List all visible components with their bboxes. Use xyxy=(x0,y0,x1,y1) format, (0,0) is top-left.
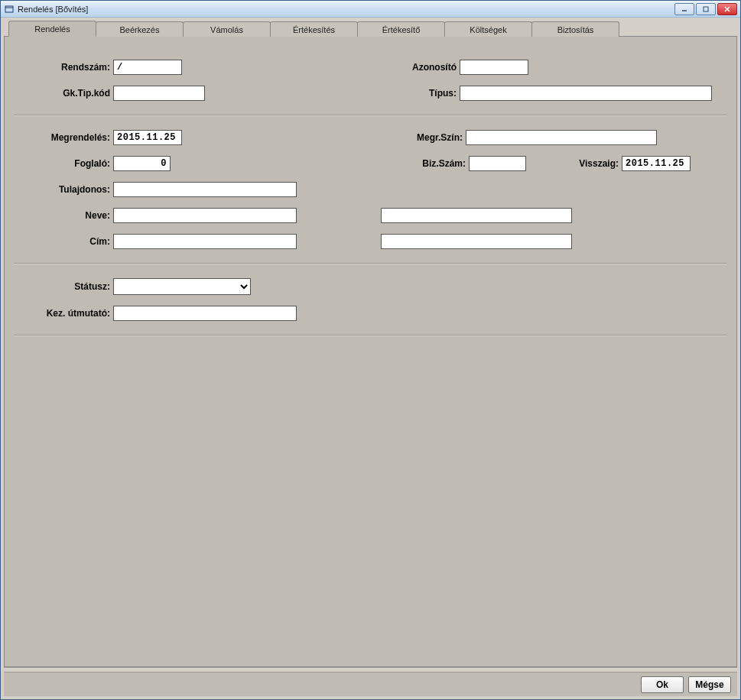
tab-panel: Rendszám: Azonosító Gk.Tip.kód xyxy=(4,36,737,667)
tab-koltsegek[interactable]: Költségek xyxy=(444,21,532,37)
content-area: Rendelés Beérkezés Vámolás Értékesítés É… xyxy=(1,18,740,699)
divider-3 xyxy=(14,335,727,336)
svg-rect-0 xyxy=(5,6,13,12)
tipus-input[interactable] xyxy=(460,86,712,101)
megrszin-label: Megr.Szín: xyxy=(397,132,466,143)
megrendeles-input[interactable] xyxy=(113,130,182,145)
kezutmutato-input[interactable] xyxy=(113,306,297,321)
tab-ertekesito[interactable]: Értékesítő xyxy=(357,21,445,37)
cim-input-2[interactable] xyxy=(381,234,572,249)
neve-input-1[interactable] xyxy=(113,208,297,223)
svg-rect-3 xyxy=(704,7,708,11)
foglalo-label: Foglaló: xyxy=(14,158,113,169)
window-title: Rendelés [Bővítés] xyxy=(18,5,674,14)
cim-label: Cím: xyxy=(14,236,113,247)
tab-strip: Rendelés Beérkezés Vámolás Értékesítés É… xyxy=(8,21,737,37)
statusz-select[interactable] xyxy=(113,278,251,295)
foglalo-input[interactable] xyxy=(113,156,171,171)
bizszam-input[interactable] xyxy=(469,156,526,171)
bizszam-label: Biz.Szám: xyxy=(400,158,469,169)
divider-2 xyxy=(14,263,727,264)
cim-input-1[interactable] xyxy=(113,234,297,249)
azonosito-input[interactable] xyxy=(460,60,528,75)
gktipkod-input[interactable] xyxy=(113,86,205,101)
azonosito-label: Azonosító xyxy=(391,62,460,73)
rendszam-label: Rendszám: xyxy=(14,62,113,73)
gktipkod-label: Gk.Tip.kód xyxy=(14,88,113,99)
megrendeles-label: Megrendelés: xyxy=(14,132,113,143)
tab-ertekesites[interactable]: Értékesítés xyxy=(270,21,358,37)
tab-beerkezes[interactable]: Beérkezés xyxy=(96,21,184,37)
minimize-button[interactable] xyxy=(674,3,694,15)
tulajdonos-input[interactable] xyxy=(113,182,297,197)
cancel-button[interactable]: Mégse xyxy=(688,676,731,693)
tipus-label: Típus: xyxy=(391,88,460,99)
neve-input-2[interactable] xyxy=(381,208,572,223)
tab-biztositas[interactable]: Biztosítás xyxy=(531,21,619,37)
megrszin-input[interactable] xyxy=(466,130,657,145)
window-controls xyxy=(674,3,737,15)
app-window: Rendelés [Bővítés] Rendelés Beérkezés Vá… xyxy=(0,0,741,700)
close-button[interactable] xyxy=(717,3,737,15)
titlebar: Rendelés [Bővítés] xyxy=(1,1,740,18)
statusz-label: Státusz: xyxy=(14,281,113,292)
kezutmutato-label: Kez. útmutató: xyxy=(14,308,113,319)
form-area: Rendszám: Azonosító Gk.Tip.kód xyxy=(5,52,736,358)
tab-rendeles[interactable]: Rendelés xyxy=(8,21,96,37)
neve-label: Neve: xyxy=(14,210,113,221)
tab-vamolas[interactable]: Vámolás xyxy=(183,21,271,37)
footer: Ok Mégse xyxy=(4,672,737,696)
visszaig-input[interactable] xyxy=(622,156,691,171)
maximize-button[interactable] xyxy=(696,3,716,15)
tulajdonos-label: Tulajdonos: xyxy=(14,184,113,195)
app-icon xyxy=(4,4,15,15)
footer-divider xyxy=(4,667,737,669)
rendszam-input[interactable] xyxy=(113,60,182,75)
divider-1 xyxy=(14,115,727,116)
visszaig-label: Visszaig: xyxy=(526,158,622,169)
ok-button[interactable]: Ok xyxy=(641,676,684,693)
